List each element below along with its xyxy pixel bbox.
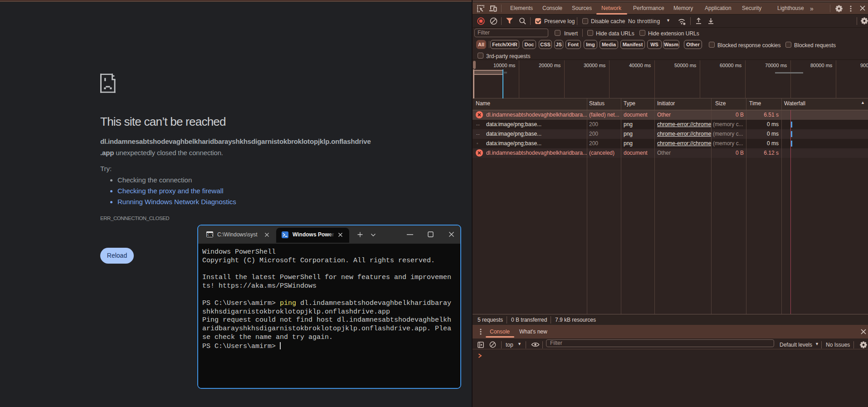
svg-text:C:\: C:\	[207, 233, 213, 237]
